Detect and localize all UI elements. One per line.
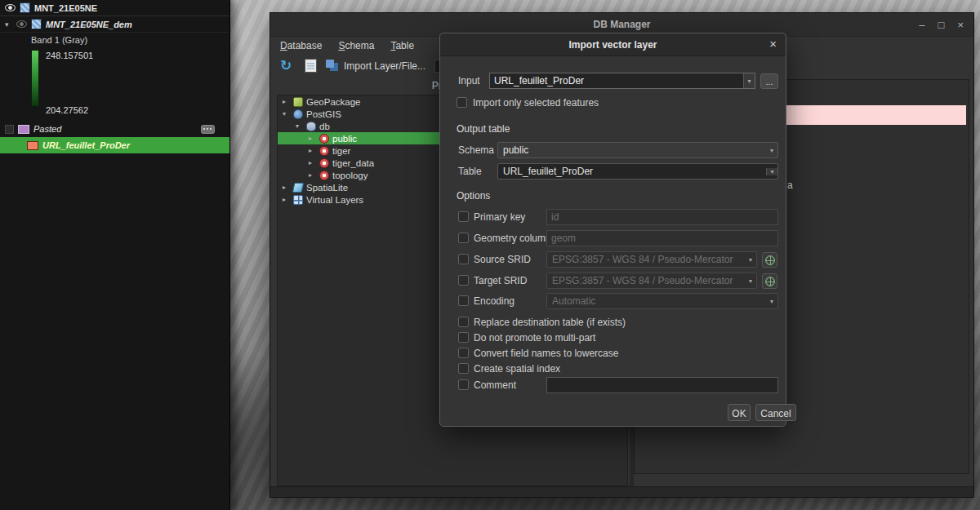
import-vector-layer-dialog: Import vector layer × Input ▾ ... Import… — [439, 33, 786, 427]
replace-table-row: Replace destination table (if exists) — [440, 314, 777, 330]
schema-label: Schema — [458, 144, 494, 156]
import-selected-label: Import only selected features — [473, 97, 599, 109]
schema-icon — [319, 134, 329, 144]
tree-item-label: topology — [332, 171, 368, 180]
source-srid-combobox[interactable]: EPSG:3857 - WGS 84 / Pseudo-Mercator ▾ — [546, 251, 757, 268]
lowercase-checkbox[interactable] — [458, 348, 469, 358]
collapse-arrow-icon[interactable]: ▾ — [296, 122, 303, 130]
primary-key-row: Primary key — [440, 209, 777, 225]
import-layer-button[interactable]: Import Layer/File... — [326, 56, 425, 75]
table-label: Table — [458, 166, 482, 177]
expand-arrow-icon[interactable]: ▸ — [283, 184, 290, 191]
comment-field[interactable] — [546, 377, 778, 393]
source-srid-value: EPSG:3857 - WGS 84 / Pseudo-Mercator — [547, 254, 745, 265]
chevron-down-icon: ▾ — [766, 147, 777, 154]
collapse-arrow-icon[interactable]: ▾ — [283, 110, 290, 118]
target-srid-row: Target SRID EPSG:3857 - WGS 84 / Pseudo-… — [440, 273, 777, 289]
replace-table-checkbox[interactable] — [458, 317, 469, 327]
select-crs-button[interactable] — [762, 273, 777, 289]
layer-name: URL_feuillet_ProDer — [42, 140, 130, 150]
tree-item-label: tiger — [332, 146, 350, 156]
database-icon — [306, 122, 316, 131]
primary-key-field[interactable] — [546, 209, 778, 225]
tree-item-label: public — [332, 134, 357, 144]
lowercase-label: Convert field names to lowercase — [474, 348, 618, 359]
dialog-titlebar[interactable]: Import vector layer × — [440, 33, 786, 56]
browse-button[interactable]: ... — [760, 73, 778, 89]
import-layer-icon — [326, 60, 339, 72]
tree-item-label: Virtual Layers — [306, 195, 363, 205]
schema-row: Schema public ▾ — [440, 142, 777, 158]
table-value: URL_feuillet_ProDer — [498, 166, 766, 177]
visibility-eye-icon[interactable] — [5, 4, 16, 11]
schema-icon — [319, 171, 329, 180]
collapse-arrow-icon[interactable]: ▾ — [5, 20, 12, 29]
minimize-icon[interactable]: – — [919, 19, 924, 31]
comment-checkbox[interactable] — [458, 379, 469, 390]
spatial-index-checkbox[interactable] — [458, 363, 469, 374]
partially-hidden-text: a — [787, 180, 793, 191]
close-icon[interactable]: × — [769, 37, 777, 51]
comment-row: Comment — [440, 377, 777, 393]
encoding-value: Automatic — [547, 295, 766, 307]
ramp-min-value: 204.27562 — [46, 105, 88, 115]
layer-item-pasted[interactable]: Pasted — [0, 121, 229, 137]
maximize-icon[interactable]: □ — [938, 19, 945, 31]
menu-schema[interactable]: Schema — [338, 40, 374, 51]
menu-table[interactable]: Table — [390, 40, 414, 51]
expand-arrow-icon[interactable]: ▸ — [283, 196, 290, 203]
layer-name: Pasted — [33, 124, 61, 134]
dialog-buttons-row: OK Cancel — [440, 404, 777, 420]
chevron-down-icon[interactable]: ▾ — [743, 73, 755, 88]
close-icon[interactable]: × — [957, 19, 964, 31]
ok-button[interactable]: OK — [728, 404, 751, 421]
schema-combobox[interactable]: public ▾ — [497, 142, 778, 158]
geometry-column-field[interactable] — [546, 230, 778, 246]
encoding-checkbox[interactable] — [458, 295, 469, 306]
window-statusbar — [270, 486, 973, 497]
layer-item-mnt-dem[interactable]: ▾ MNT_21E05NE_dem — [0, 16, 229, 33]
tree-item-label: SpatiaLite — [306, 183, 348, 193]
spatialite-icon — [292, 183, 305, 193]
expand-arrow-icon[interactable]: ▸ — [283, 98, 290, 105]
virtual-layers-icon — [293, 195, 303, 205]
color-ramp-swatch — [31, 50, 39, 107]
layer-item-mnt[interactable]: MNT_21E05NE — [0, 0, 229, 16]
primary-key-label: Primary key — [474, 211, 525, 223]
table-combobox[interactable]: URL_feuillet_ProDer ▾ — [497, 163, 778, 180]
primary-key-checkbox[interactable] — [458, 211, 469, 222]
promote-checkbox[interactable] — [458, 332, 469, 343]
source-srid-checkbox[interactable] — [458, 254, 469, 264]
geometry-column-checkbox[interactable] — [458, 233, 469, 243]
expand-arrow-icon[interactable]: ▸ — [309, 159, 316, 166]
refresh-icon[interactable]: ↻ — [280, 57, 292, 74]
target-srid-label: Target SRID — [474, 275, 527, 286]
chevron-down-icon: ▾ — [766, 168, 777, 175]
tree-item-label: PostGIS — [306, 109, 341, 119]
options-section-row: Options — [440, 190, 777, 206]
import-selected-checkbox[interactable] — [457, 97, 467, 108]
replace-table-label: Replace destination table (if exists) — [474, 317, 626, 328]
layer-color-swatch — [27, 141, 38, 150]
expand-arrow-icon[interactable]: ▸ — [309, 147, 316, 154]
sql-window-icon[interactable] — [305, 59, 317, 73]
geopackage-icon — [293, 97, 303, 107]
encoding-combobox[interactable]: Automatic ▾ — [546, 293, 778, 309]
expand-arrow-icon[interactable]: ▸ — [309, 135, 316, 142]
tree-item-label: tiger_data — [332, 158, 374, 168]
memory-layer-indicator-icon[interactable] — [201, 125, 215, 134]
encoding-label: Encoding — [474, 295, 514, 307]
cancel-button[interactable]: Cancel — [755, 404, 796, 421]
target-srid-combobox[interactable]: EPSG:3857 - WGS 84 / Pseudo-Mercator ▾ — [546, 273, 757, 289]
select-crs-button[interactable] — [762, 252, 777, 268]
globe-icon — [765, 255, 775, 265]
input-field[interactable] — [490, 73, 743, 88]
expand-arrow-icon[interactable]: ▸ — [309, 171, 316, 179]
visibility-eye-icon[interactable] — [16, 20, 27, 28]
spatial-index-label: Create spatial index — [474, 363, 560, 375]
layer-item-url-feuillet[interactable]: URL_feuillet_ProDer — [0, 137, 229, 153]
menu-database[interactable]: Database — [280, 40, 322, 51]
ramp-max-value: 248.157501 — [46, 51, 93, 60]
geometry-column-row: Geometry column — [440, 230, 777, 246]
target-srid-checkbox[interactable] — [458, 275, 469, 286]
